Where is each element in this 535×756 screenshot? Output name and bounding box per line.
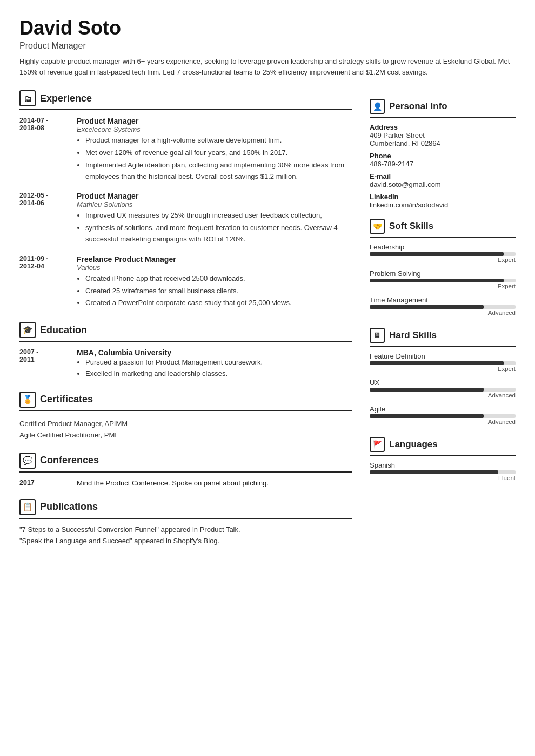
- conferences-icon: 💬: [19, 453, 36, 469]
- conference-entry-1: 2017 Mind the Product Conference. Spoke …: [19, 479, 352, 487]
- conferences-section-title: 💬 Conferences: [19, 453, 352, 473]
- experience-entry-1: 2014-07 - 2018-08 Product Manager Excele…: [19, 117, 352, 183]
- soft-skills-section: 🤝 Soft Skills Leadership Expert Problem …: [370, 219, 516, 316]
- education-icon: 🎓: [19, 322, 36, 338]
- summary: Highly capable product manager with 6+ y…: [19, 56, 516, 79]
- left-column: 🗂 Experience 2014-07 - 2018-08 Product M…: [19, 90, 352, 557]
- personal-info-title: 👤 Personal Info: [370, 99, 516, 118]
- certificates-icon: 🏅: [19, 392, 36, 408]
- languages-title: 🚩 Languages: [370, 437, 516, 456]
- publications-icon: 📋: [19, 499, 36, 515]
- candidate-title: Product Manager: [19, 41, 516, 51]
- publications-section-title: 📋 Publications: [19, 499, 352, 519]
- experience-entry-3: 2011-09 - 2012-04 Freelance Product Mana…: [19, 255, 352, 310]
- conferences-section: 💬 Conferences 2017 Mind the Product Conf…: [19, 453, 352, 487]
- header: David Soto Product Manager Highly capabl…: [19, 17, 516, 78]
- experience-entry-2: 2012-05 - 2014-06 Product Manager Mathie…: [19, 192, 352, 246]
- hard-skills-icon: 🖥: [370, 328, 385, 343]
- publications-section: 📋 Publications "7 Steps to a Successful …: [19, 499, 352, 545]
- education-entry-1: 2007 - 2011 MBA, Columbia University Pur…: [19, 348, 352, 380]
- skill-time-management: Time Management Advanced: [370, 296, 516, 316]
- skill-agile: Agile Advanced: [370, 405, 516, 425]
- languages-icon: 🚩: [370, 437, 385, 452]
- experience-section-title: 🗂 Experience: [19, 90, 352, 110]
- personal-info-section: 👤 Personal Info Address 409 Parker Stree…: [370, 99, 516, 209]
- skill-problem-solving: Problem Solving Expert: [370, 269, 516, 289]
- languages-section: 🚩 Languages Spanish Fluent: [370, 437, 516, 481]
- skill-spanish: Spanish Fluent: [370, 461, 516, 481]
- skill-leadership: Leadership Expert: [370, 243, 516, 263]
- candidate-name: David Soto: [19, 17, 516, 39]
- two-column-layout: 🗂 Experience 2014-07 - 2018-08 Product M…: [19, 90, 516, 557]
- skill-ux: UX Advanced: [370, 379, 516, 399]
- soft-skills-icon: 🤝: [370, 219, 385, 234]
- right-column: 👤 Personal Info Address 409 Parker Stree…: [370, 90, 516, 557]
- soft-skills-title: 🤝 Soft Skills: [370, 219, 516, 238]
- skill-feature-definition: Feature Definition Expert: [370, 352, 516, 372]
- education-section-title: 🎓 Education: [19, 322, 352, 342]
- hard-skills-section: 🖥 Hard Skills Feature Definition Expert …: [370, 328, 516, 425]
- experience-icon: 🗂: [19, 90, 36, 106]
- experience-section: 🗂 Experience 2014-07 - 2018-08 Product M…: [19, 90, 352, 310]
- certificates-section: 🏅 Certificates Certified Product Manager…: [19, 392, 352, 441]
- hard-skills-title: 🖥 Hard Skills: [370, 328, 516, 347]
- certificates-section-title: 🏅 Certificates: [19, 392, 352, 411]
- education-section: 🎓 Education 2007 - 2011 MBA, Columbia Un…: [19, 322, 352, 380]
- page: David Soto Product Manager Highly capabl…: [0, 0, 535, 574]
- personal-info-icon: 👤: [370, 99, 385, 114]
